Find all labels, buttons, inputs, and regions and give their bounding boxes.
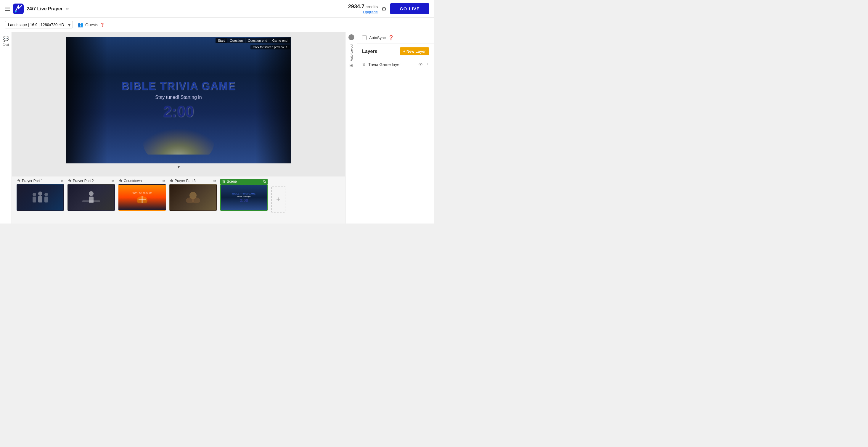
scene-thumbnail-3[interactable]: We'll be back in: <box>118 184 166 211</box>
guests-help-icon: ❓ <box>100 23 104 27</box>
copy-icon-2[interactable]: ⧉ <box>112 179 114 183</box>
resolution-select[interactable]: Landscape | 16:9 | 1280x720 HD <box>5 21 73 28</box>
scene-delete-3[interactable]: 🗑 Countdown <box>119 179 142 183</box>
thumb-content-3: We'll be back in: <box>119 185 165 210</box>
add-scene-button[interactable]: + <box>271 186 285 213</box>
layers-header: Layers + New Layer <box>357 44 434 59</box>
people-icon: 👥 <box>78 22 84 28</box>
svg-point-4 <box>33 193 36 196</box>
svg-point-8 <box>44 193 48 196</box>
layer-more-icon[interactable]: ⋮ <box>425 62 429 67</box>
scene-card-prayer3: 🗑 Prayer Part 3 ⧉ <box>169 179 217 211</box>
guests-label: Guests <box>85 23 98 27</box>
upgrade-link[interactable]: Upgrade <box>363 10 378 14</box>
trivia-countdown: 2:00 <box>163 102 194 120</box>
trash-icon-5: 🗑 <box>222 180 225 184</box>
svg-rect-7 <box>38 196 42 202</box>
scene-card-header-4: 🗑 Prayer Part 3 ⧉ <box>169 179 217 183</box>
trash-icon-1: 🗑 <box>17 179 21 183</box>
new-layer-button[interactable]: + New Layer <box>400 47 429 55</box>
go-live-button[interactable]: GO LIVE <box>390 3 429 14</box>
svg-point-6 <box>38 192 42 196</box>
trivia-title: BIBLE TRIVIA GAME <box>121 80 236 92</box>
scene-thumbnail-5[interactable]: BIBLE TRIVIA GAME tuned! Starting in 2:0… <box>220 184 268 211</box>
trivia-subtitle: Stay tuned! Starting in <box>155 95 202 100</box>
scene-title-2: Prayer Part 2 <box>73 179 94 183</box>
tab-question-end[interactable]: Question end <box>245 38 270 43</box>
chat-panel: 💬 Chat <box>0 32 12 224</box>
layers-title: Layers <box>362 49 377 54</box>
svg-rect-5 <box>33 197 36 202</box>
preview-link[interactable]: Click for screen preview ↗ <box>250 45 290 50</box>
header-center: 2934.7 credits Upgrade <box>348 4 378 14</box>
collapse-arrow[interactable]: ▾ <box>66 163 291 170</box>
copy-icon-3[interactable]: ⧉ <box>162 179 165 183</box>
toolbar: Landscape | 16:9 | 1280x720 HD 👥 Guests … <box>0 18 434 32</box>
scene-delete-5[interactable]: 🗑 Scene <box>222 180 237 184</box>
scene-title-5: Scene <box>227 180 237 184</box>
scene-title-3: Countdown <box>124 179 142 183</box>
autosync-row: AutoSync ❓ <box>357 32 434 44</box>
svg-point-19 <box>192 197 200 203</box>
guests-button[interactable]: 👥 Guests ❓ <box>78 22 104 28</box>
trash-icon-4: 🗑 <box>170 179 174 183</box>
thumb-content-1 <box>17 185 63 210</box>
countdown-cross <box>133 194 151 203</box>
preview-container: Start Question Question end Game end Cli… <box>12 32 345 176</box>
tab-question[interactable]: Question <box>227 38 245 43</box>
copy-icon-5[interactable]: ⧉ <box>263 180 266 184</box>
scene-tabs: Start Question Question end Game end <box>216 38 290 43</box>
scene-card-active: 🗑 Scene ⧉ BIBLE TRIVIA GAME tuned! Start… <box>220 179 268 211</box>
tab-game-end[interactable]: Game end <box>270 38 290 43</box>
header-right: ⚙ GO LIVE <box>381 3 429 14</box>
trivia-overlay: BIBLE TRIVIA GAME Stay tuned! Starting i… <box>66 37 291 163</box>
auto-layout-label[interactable]: Auto Layout <box>350 44 353 61</box>
main-layout: 💬 Chat Start Question Question end Game … <box>0 32 434 224</box>
chat-toggle[interactable]: 💬 Chat <box>3 35 9 46</box>
canvas-area: Start Question Question end Game end Cli… <box>12 32 345 224</box>
menu-icon[interactable] <box>5 7 10 11</box>
layer-item-trivia[interactable]: ♛ Trivia Game layer 👁 ⋮ <box>357 59 434 70</box>
copy-icon-1[interactable]: ⧉ <box>61 179 63 183</box>
prayer-hands <box>181 190 205 205</box>
speaker-silhouette <box>79 190 103 205</box>
header: 24/7 Live Prayer ✏ 2934.7 credits Upgrad… <box>0 0 434 18</box>
preview-image[interactable]: BIBLE TRIVIA GAME Stay tuned! Starting i… <box>66 37 291 163</box>
svg-rect-13 <box>82 200 100 202</box>
scene-title-4: Prayer Part 3 <box>175 179 196 183</box>
scene-card-header-1: 🗑 Prayer Part 1 ⧉ <box>17 179 64 183</box>
tab-start[interactable]: Start <box>216 38 227 43</box>
copy-icon-4[interactable]: ⧉ <box>213 179 216 183</box>
layout-grid-icon[interactable]: ⊞ <box>349 62 353 68</box>
scene-card-header-2: 🗑 Prayer Part 2 ⧉ <box>67 179 115 183</box>
layer-name-trivia: Trivia Game layer <box>368 62 416 67</box>
scene-thumbnail-2[interactable] <box>67 184 115 211</box>
layer-crown-icon: ♛ <box>362 62 366 67</box>
settings-button[interactable]: ⚙ <box>381 5 386 12</box>
scene-delete-4[interactable]: 🗑 Prayer Part 3 <box>170 179 196 183</box>
auto-layout-toggle[interactable] <box>348 34 354 40</box>
svg-rect-9 <box>44 197 48 202</box>
autosync-checkbox[interactable] <box>362 35 367 40</box>
auto-layout-panel: Auto Layout ⊞ <box>345 32 357 224</box>
scene-thumbnail-1[interactable] <box>17 184 64 211</box>
thumb-content-2 <box>68 185 114 210</box>
scene-active-header: 🗑 Scene ⧉ <box>220 179 268 184</box>
scene-card-header-3: 🗑 Countdown ⧉ <box>118 179 166 183</box>
scene-title-1: Prayer Part 1 <box>22 179 43 183</box>
scene-thumbnail-4[interactable] <box>169 184 217 211</box>
scene-card-prayer1: 🗑 Prayer Part 1 ⧉ <box>17 179 64 211</box>
chat-label: Chat <box>3 43 9 46</box>
header-left: 24/7 Live Prayer ✏ <box>5 4 345 14</box>
right-panel: AutoSync ❓ Layers + New Layer ♛ Trivia G… <box>357 32 434 224</box>
layer-eye-icon[interactable]: 👁 <box>418 62 423 67</box>
edit-icon[interactable]: ✏ <box>66 6 69 11</box>
autosync-help-icon[interactable]: ❓ <box>388 35 394 40</box>
chat-icon: 💬 <box>3 35 9 42</box>
scene-card-prayer2: 🗑 Prayer Part 2 ⧉ <box>67 179 115 211</box>
scene-delete-1[interactable]: 🗑 Prayer Part 1 <box>17 179 43 183</box>
scene-delete-2[interactable]: 🗑 Prayer Part 2 <box>68 179 94 183</box>
thumb-content-5: BIBLE TRIVIA GAME tuned! Starting in 2:0… <box>221 185 267 210</box>
logo-icon <box>13 4 24 14</box>
arrow-annotation <box>253 176 292 179</box>
